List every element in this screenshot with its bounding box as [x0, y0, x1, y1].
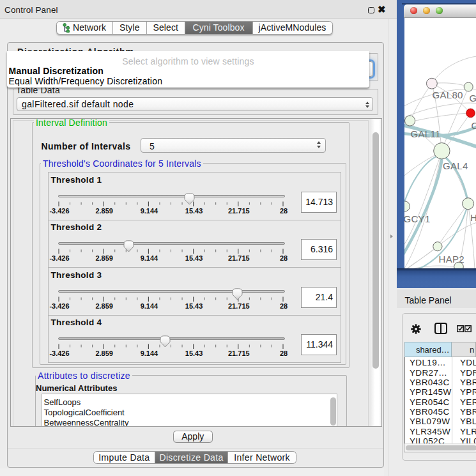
svg-text:GA: GA: [469, 92, 476, 103]
svg-text:GAL11: GAL11: [410, 128, 440, 139]
svg-text:HAP2: HAP2: [438, 253, 464, 264]
svg-text:GAL80: GAL80: [432, 89, 463, 100]
svg-text:HA: HA: [470, 212, 476, 223]
svg-text:GCY1: GCY1: [404, 213, 431, 224]
svg-text:CY: CY: [471, 119, 476, 130]
svg-text:GAL4: GAL4: [443, 160, 468, 171]
